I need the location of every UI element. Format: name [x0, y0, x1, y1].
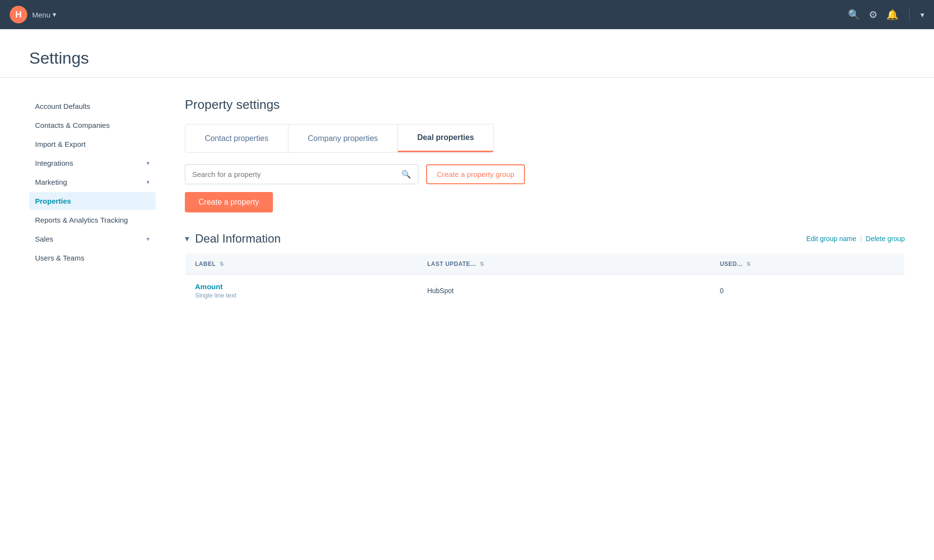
- topnav-left: H Menu ▾: [10, 6, 56, 23]
- topnav-expand-icon[interactable]: ▾: [920, 10, 924, 19]
- column-header-label: LABEL ⇅: [185, 254, 418, 275]
- sidebar-item-reports-analytics[interactable]: Reports & Analytics Tracking: [29, 211, 156, 229]
- sidebar-item-contacts-companies[interactable]: Contacts & Companies: [29, 116, 156, 134]
- search-icon: 🔍: [401, 170, 411, 179]
- column-header-last-update: LAST UPDATE... ⇅: [417, 254, 710, 275]
- sidebar-item-integrations[interactable]: Integrations ▾: [29, 154, 156, 172]
- chevron-down-icon: ▾: [146, 159, 150, 167]
- topnav-right: 🔍 ⚙ 🔔 ▾: [848, 8, 924, 21]
- menu-chevron-icon: ▾: [53, 10, 56, 19]
- menu-label: Menu: [32, 11, 51, 19]
- search-input[interactable]: [192, 170, 401, 178]
- property-type: Single line text: [195, 292, 408, 299]
- sidebar-item-label: Import & Export: [35, 140, 86, 148]
- sort-icon[interactable]: ⇅: [746, 261, 751, 267]
- sidebar-item-label: Contacts & Companies: [35, 121, 109, 129]
- content-area: Account Defaults Contacts & Companies Im…: [0, 78, 934, 307]
- create-property-group-button[interactable]: Create a property group: [426, 164, 525, 184]
- group-actions: Edit group name | Delete group: [806, 235, 905, 243]
- edit-group-name-link[interactable]: Edit group name: [806, 235, 856, 243]
- sidebar-item-label: Marketing: [35, 178, 67, 186]
- sidebar-item-marketing[interactable]: Marketing ▾: [29, 173, 156, 191]
- delete-group-link[interactable]: Delete group: [866, 235, 905, 243]
- property-name-cell: Amount Single line text: [185, 275, 418, 307]
- table-row: Amount Single line text HubSpot 0: [185, 275, 905, 307]
- notifications-icon[interactable]: 🔔: [886, 9, 898, 20]
- sort-icon[interactable]: ⇅: [480, 261, 485, 267]
- main-content: Property settings Contact properties Com…: [185, 97, 905, 307]
- property-used-cell: 0: [710, 275, 905, 307]
- settings-icon[interactable]: ⚙: [869, 9, 878, 20]
- sidebar-item-label: Sales: [35, 235, 54, 243]
- group-section: ▾ Deal Information Edit group name | Del…: [185, 232, 905, 307]
- group-title: Deal Information: [195, 232, 281, 245]
- search-icon[interactable]: 🔍: [848, 9, 860, 20]
- group-action-separator: |: [860, 235, 862, 243]
- sidebar: Account Defaults Contacts & Companies Im…: [29, 97, 156, 307]
- sidebar-item-label: Integrations: [35, 159, 73, 167]
- toolbar: 🔍 Create a property group: [185, 164, 905, 184]
- tab-deal-properties[interactable]: Deal properties: [398, 124, 493, 152]
- group-header: ▾ Deal Information Edit group name | Del…: [185, 232, 905, 245]
- topnav-divider: [909, 8, 910, 21]
- sidebar-item-import-export[interactable]: Import & Export: [29, 135, 156, 153]
- group-collapse-icon[interactable]: ▾: [185, 233, 189, 244]
- property-tabs: Contact properties Company properties De…: [185, 124, 494, 153]
- sidebar-item-account-defaults[interactable]: Account Defaults: [29, 97, 156, 115]
- section-title: Property settings: [185, 97, 905, 112]
- hubspot-logo: H: [10, 6, 27, 23]
- search-box: 🔍: [185, 164, 418, 184]
- chevron-down-icon: ▾: [146, 235, 150, 243]
- column-header-used: USED... ⇅: [710, 254, 905, 275]
- top-navigation: H Menu ▾ 🔍 ⚙ 🔔 ▾: [0, 0, 934, 29]
- tab-company-properties[interactable]: Company properties: [288, 124, 398, 152]
- table-header-row: LABEL ⇅ LAST UPDATE... ⇅ USED... ⇅: [185, 254, 905, 275]
- property-last-update-cell: HubSpot: [417, 275, 710, 307]
- sidebar-item-label: Users & Teams: [35, 254, 84, 262]
- sidebar-item-label: Reports & Analytics Tracking: [35, 216, 128, 224]
- tab-contact-properties[interactable]: Contact properties: [185, 124, 288, 152]
- sidebar-item-label: Account Defaults: [35, 102, 90, 110]
- sort-icon[interactable]: ⇅: [219, 261, 224, 267]
- chevron-down-icon: ▾: [146, 178, 150, 186]
- sidebar-item-sales[interactable]: Sales ▾: [29, 230, 156, 248]
- create-property-button[interactable]: Create a property: [185, 192, 273, 212]
- page-header: Settings: [0, 29, 934, 78]
- properties-table: LABEL ⇅ LAST UPDATE... ⇅ USED... ⇅: [185, 253, 905, 307]
- property-name-link[interactable]: Amount: [195, 282, 223, 291]
- menu-button[interactable]: Menu ▾: [32, 10, 56, 19]
- sidebar-item-label: Properties: [35, 197, 71, 205]
- page-title: Settings: [29, 49, 905, 68]
- sidebar-item-properties[interactable]: Properties: [29, 192, 156, 210]
- sidebar-item-users-teams[interactable]: Users & Teams: [29, 249, 156, 267]
